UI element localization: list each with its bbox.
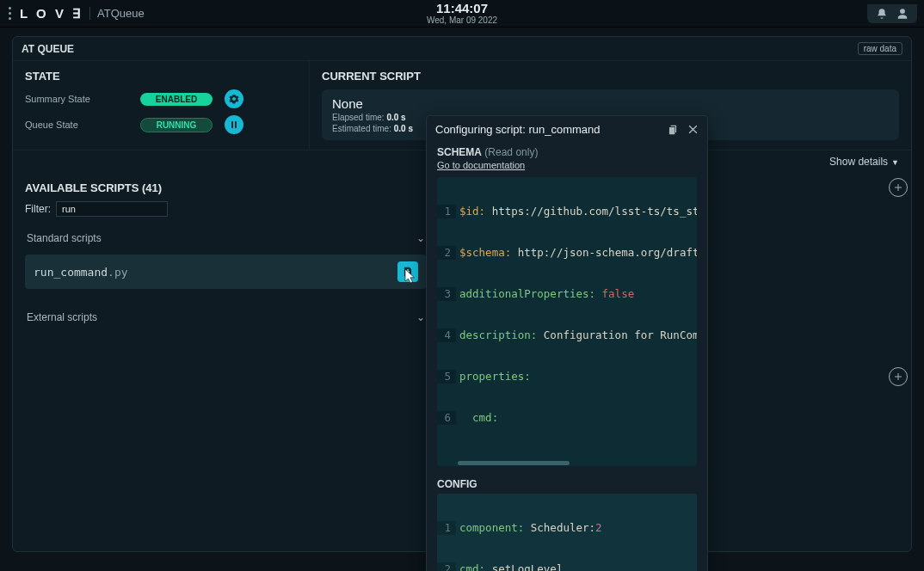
config-label: CONFIG: [437, 478, 477, 490]
estimated-value: 0.0 s: [394, 124, 413, 133]
available-scripts-section: AVAILABLE SCRIPTS (41) Filter: Standard …: [13, 173, 439, 551]
settings-icon[interactable]: [225, 89, 243, 108]
state-section: STATE Summary State ENABLED Queue State …: [13, 61, 310, 150]
chevron-down-icon: ▼: [891, 158, 899, 167]
panel-title: AT QUEUE: [22, 43, 74, 55]
brand-logo: L O V ∃: [20, 6, 83, 21]
launch-script-button[interactable]: [397, 261, 418, 282]
bell-icon[interactable]: [876, 8, 888, 20]
script-item-run-command[interactable]: run_command.py: [25, 255, 427, 289]
copy-icon[interactable]: [667, 124, 679, 136]
pause-icon[interactable]: [225, 115, 243, 134]
queue-state-label: Queue State: [25, 120, 128, 130]
chevron-down-icon: ⌄: [416, 232, 425, 244]
queue-state-badge: RUNNING: [140, 118, 213, 132]
standard-scripts-header[interactable]: Standard scripts ⌄: [25, 225, 427, 251]
available-scripts-title: AVAILABLE SCRIPTS (41): [25, 181, 427, 194]
clock: 11:44:07 Wed, Mar 09 2022: [427, 2, 497, 26]
elapsed-value: 0.0 s: [386, 113, 405, 122]
clock-time: 11:44:07: [427, 2, 497, 16]
documentation-link[interactable]: Go to documentation: [437, 160, 697, 170]
modal-title: Configuring script: run_command: [435, 123, 600, 136]
script-ext: .py: [108, 266, 127, 279]
script-name: run_command: [34, 266, 108, 279]
panel-header: AT QUEUE raw data: [13, 37, 911, 61]
add-to-queue-button-2[interactable]: [889, 367, 908, 386]
external-scripts-header[interactable]: External scripts ⌄: [25, 304, 427, 330]
estimated-label: Estimated time:: [332, 124, 391, 133]
chevron-down-icon: ⌄: [416, 311, 425, 323]
topbar: L O V ∃ ATQueue 11:44:07 Wed, Mar 09 202…: [0, 0, 924, 28]
configure-script-modal: Configuring script: run_command SCHEMA (…: [426, 115, 708, 571]
schema-code: 1$id:$id: https://github.com/lsst-ts/ts_…: [437, 177, 697, 466]
app-name: ATQueue: [89, 7, 145, 20]
config-code[interactable]: 1component: Scheduler:2 2cmd: setLogLeve…: [437, 494, 697, 571]
user-icon[interactable]: [896, 8, 909, 20]
clock-date: Wed, Mar 09 2022: [427, 15, 497, 25]
filter-label: Filter:: [25, 203, 51, 215]
horizontal-scrollbar[interactable]: [458, 461, 570, 465]
raw-data-button[interactable]: raw data: [858, 42, 902, 55]
summary-state-label: Summary State: [25, 94, 128, 104]
add-to-queue-button[interactable]: [889, 178, 908, 197]
menu-dots-icon[interactable]: [9, 7, 11, 20]
elapsed-label: Elapsed time:: [332, 113, 385, 122]
state-title: STATE: [25, 70, 297, 83]
schema-label: SCHEMA: [437, 146, 482, 158]
filter-input[interactable]: [56, 201, 168, 217]
current-script-name: None: [332, 96, 889, 111]
summary-state-badge: ENABLED: [140, 93, 213, 106]
current-title: CURRENT SCRIPT: [322, 70, 899, 83]
topbar-right: [867, 4, 917, 23]
close-icon[interactable]: [687, 124, 699, 135]
schema-readonly: (Read only): [484, 146, 538, 158]
